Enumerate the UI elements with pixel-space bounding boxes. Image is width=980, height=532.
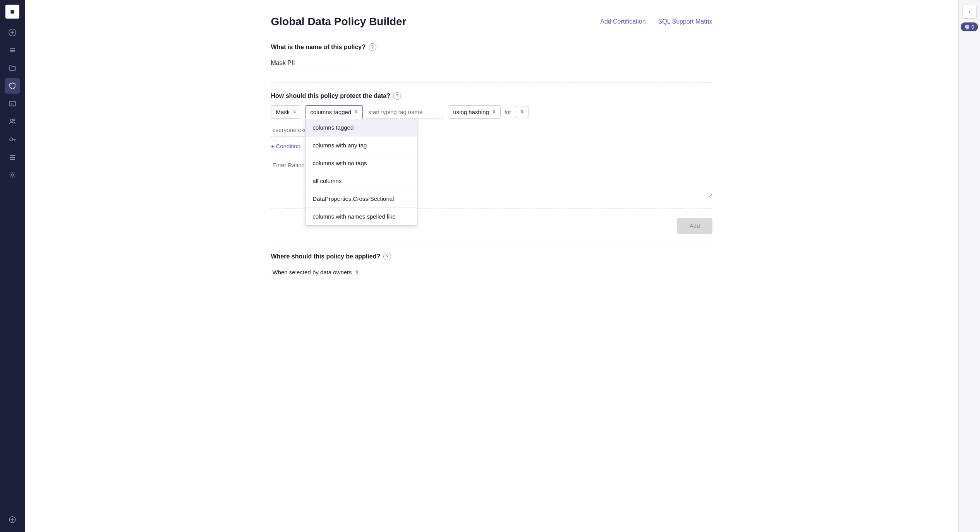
mask-label: Mask (276, 109, 290, 115)
shield-badge[interactable]: 0 (961, 22, 978, 31)
protect-label: How should this policy protect the data?… (271, 92, 712, 100)
for-select[interactable]: ⇅ (515, 106, 529, 118)
svg-rect-4 (10, 50, 15, 51)
sidebar-item-settings[interactable] (5, 167, 20, 183)
sidebar: ■ (0, 0, 25, 532)
sidebar-item-list[interactable] (5, 149, 20, 165)
dropdown-item-columns-names[interactable]: columns with names spelled like (305, 208, 417, 225)
collapse-button[interactable]: ‹ (963, 5, 977, 19)
columns-tagged-container: columns tagged ⇅ columns tagged columns … (305, 105, 363, 119)
mask-select[interactable]: Mask ⇅ (271, 105, 302, 119)
sidebar-item-add[interactable] (5, 25, 20, 40)
shield-badge-count: 0 (971, 24, 974, 30)
mask-updown-icon: ⇅ (293, 109, 296, 115)
using-hashing-updown-icon: ⇅ (492, 109, 496, 115)
dropdown-item-all-columns[interactable]: all columns (305, 172, 417, 190)
sidebar-item-users[interactable] (5, 114, 20, 129)
svg-rect-5 (10, 51, 15, 52)
for-label: for (505, 109, 511, 115)
divider-1 (271, 82, 712, 83)
sidebar-item-terminal[interactable] (5, 96, 20, 111)
svg-rect-3 (10, 48, 15, 49)
svg-rect-14 (10, 155, 15, 156)
for-updown-icon: ⇅ (520, 109, 523, 115)
svg-rect-6 (9, 101, 15, 106)
sidebar-item-help[interactable] (5, 512, 20, 527)
policy-name-label: What is the name of this policy? ? (271, 43, 712, 51)
right-panel: ‹ 0 (958, 0, 980, 532)
svg-point-8 (10, 119, 13, 121)
add-button[interactable]: Add (677, 218, 712, 234)
dropdown-item-columns-tagged[interactable]: columns tagged (305, 119, 417, 137)
sidebar-item-layers[interactable] (5, 43, 20, 58)
columns-tagged-value: columns tagged (310, 109, 351, 115)
sidebar-item-shield[interactable] (5, 78, 20, 94)
apply-value: When selected by data owners (273, 269, 352, 275)
svg-point-9 (13, 119, 15, 121)
svg-rect-15 (10, 157, 15, 158)
using-hashing-label: using hashing (453, 109, 489, 115)
divider-3 (271, 243, 712, 243)
policy-name-input[interactable] (271, 56, 348, 70)
policy-name-section: What is the name of this policy? ? (271, 43, 712, 70)
policy-name-help-icon[interactable]: ? (369, 43, 376, 51)
svg-point-17 (11, 174, 14, 176)
tag-name-input[interactable] (367, 106, 444, 119)
add-certification-link[interactable]: Add Certification (600, 18, 645, 25)
sql-support-matrix-link[interactable]: SQL Support Matrix (658, 18, 712, 25)
main-content: Global Data Policy Builder Add Certifica… (25, 0, 958, 532)
apply-help-icon[interactable]: ? (383, 253, 391, 260)
apply-label: Where should this policy be applied? ? (271, 253, 712, 260)
dropdown-item-data-properties[interactable]: DataProperties.Cross-Sectional (305, 190, 417, 208)
columns-tagged-select[interactable]: columns tagged ⇅ (305, 105, 363, 119)
page-title: Global Data Policy Builder (271, 15, 407, 28)
dropdown-item-columns-no-tags[interactable]: columns with no tags (305, 154, 417, 172)
columns-dropdown-menu: columns tagged columns with any tag colu… (305, 119, 417, 226)
apply-select[interactable]: When selected by data owners ⇅ (271, 266, 360, 279)
header-actions: Add Certification SQL Support Matrix (600, 18, 712, 25)
protect-help-icon[interactable]: ? (393, 92, 401, 100)
dropdown-item-columns-any-tag[interactable]: columns with any tag (305, 137, 417, 154)
page-header: Global Data Policy Builder Add Certifica… (271, 15, 712, 28)
using-hashing-select[interactable]: using hashing ⇅ (448, 105, 501, 119)
shield-badge-icon (965, 24, 970, 30)
svg-rect-16 (10, 159, 15, 160)
columns-tagged-updown-icon: ⇅ (354, 109, 358, 115)
collapse-icon: ‹ (968, 9, 970, 15)
sidebar-item-folder[interactable] (5, 60, 20, 76)
logo-icon: ■ (10, 8, 15, 16)
svg-point-10 (10, 138, 13, 141)
protect-section: How should this policy protect the data?… (271, 92, 712, 209)
sidebar-item-key[interactable] (5, 132, 20, 147)
apply-updown-icon: ⇅ (355, 270, 359, 275)
protection-row-1: Mask ⇅ columns tagged ⇅ columns tagged c… (271, 105, 712, 119)
sidebar-logo[interactable]: ■ (5, 5, 19, 19)
apply-section: Where should this policy be applied? ? W… (271, 253, 712, 279)
